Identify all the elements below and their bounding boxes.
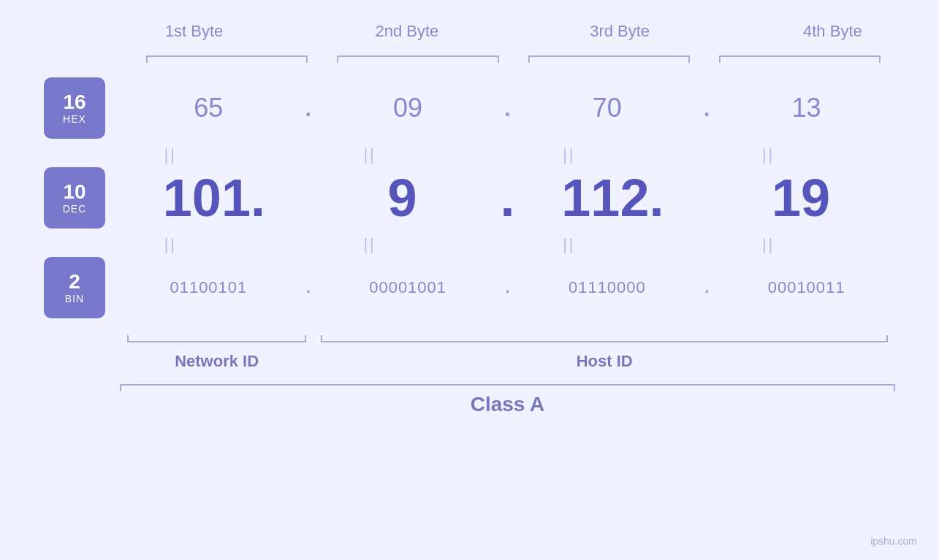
eq-8: || [680,235,857,254]
eq-1: || [82,145,259,164]
bracket-2 [330,48,506,63]
hex-badge: 16 HEX [44,77,105,139]
dec-val-2: 9 [308,168,497,228]
bin-val-3: 01110000 [519,278,696,297]
eq-7: || [481,235,658,254]
hex-dot-3: . [696,95,718,122]
dec-val-1: 101. [120,168,308,228]
hex-dot-2: . [497,95,519,122]
dec-dot-2: . [497,168,519,228]
class-line [120,384,895,386]
eq-5: || [82,235,259,254]
byte3-header: 3rd Byte [514,22,726,41]
bracket-3 [521,48,697,63]
eq-2: || [281,145,459,164]
bottom-brackets [120,328,895,342]
watermark: ipshu.com [870,535,917,547]
hex-badge-number: 16 [63,91,85,114]
bin-badge: 2 BIN [44,257,105,318]
byte1-header: 1st Byte [88,22,300,41]
bin-values: 01100101 . 00001001 . 01110000 . 0001001… [120,278,895,297]
network-id-label: Network ID [120,348,313,371]
bin-dot-3: . [696,278,718,297]
bracket-4 [712,48,888,63]
dec-val-3: 112. [519,168,707,228]
bin-val-1: 01100101 [120,278,297,297]
byte4-header: 4th Byte [726,22,939,41]
bin-row: 2 BIN 01100101 . 00001001 . 01110000 . 0… [44,257,895,318]
bin-dot-2: . [497,278,519,297]
hex-val-2: 09 [319,93,497,123]
equals-row-2: || || || || [82,235,857,254]
hex-dot-1: . [297,95,319,122]
hex-val-4: 13 [718,93,895,123]
bin-dot-1: . [297,278,319,297]
byte-headers: 1st Byte 2nd Byte 3rd Byte 4th Byte [88,22,939,41]
bottom-section: Network ID Host ID [120,328,895,371]
equals-row-1: || || || || [82,145,857,164]
hex-row: 16 HEX 65 . 09 . 70 . 13 [44,77,895,139]
hex-val-3: 70 [519,93,696,123]
hex-val-1: 65 [120,93,297,123]
byte2-header: 2nd Byte [300,22,513,41]
eq-4: || [680,145,857,164]
bracket-1 [139,48,315,63]
class-section: Class A [120,384,895,416]
dec-badge-number: 10 [63,181,85,204]
dec-values: 101. 9 . 112. 19 [120,168,895,228]
bin-val-4: 00010011 [718,278,895,297]
dec-badge-label: DEC [63,203,87,215]
eq-6: || [281,235,459,254]
dec-val-4: 19 [707,168,895,228]
dec-row: 10 DEC 101. 9 . 112. 19 [44,167,895,229]
bin-badge-number: 2 [69,271,80,294]
bracket-labels: Network ID Host ID [120,348,895,371]
host-bracket [313,328,895,342]
bin-val-2: 00001001 [319,278,497,297]
network-bracket [120,328,313,342]
hex-badge-label: HEX [63,113,86,125]
hex-values: 65 . 09 . 70 . 13 [120,93,895,123]
dec-badge: 10 DEC [44,167,105,229]
eq-3: || [481,145,658,164]
main-container: 1st Byte 2nd Byte 3rd Byte 4th Byte 16 H… [0,0,939,560]
bin-badge-label: BIN [65,293,84,304]
top-brackets [132,48,895,63]
host-id-label: Host ID [313,348,895,371]
class-label: Class A [120,393,895,416]
